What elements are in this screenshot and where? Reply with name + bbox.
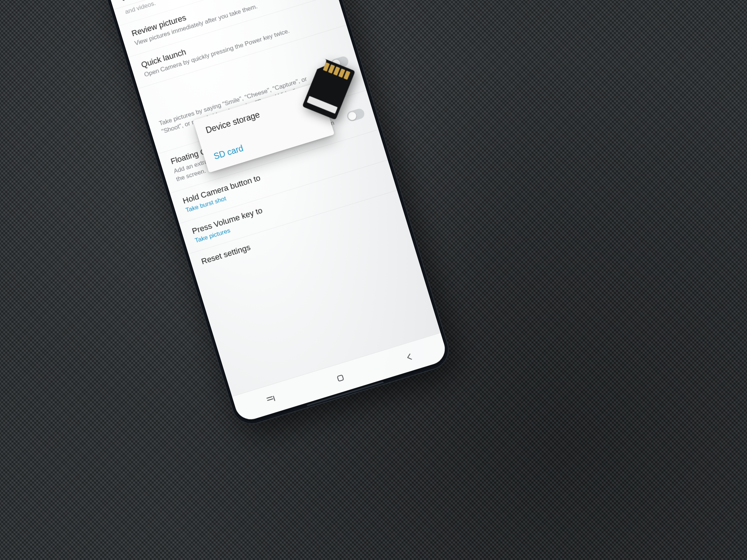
- nav-home-icon[interactable]: [334, 372, 347, 385]
- svg-rect-6: [337, 375, 344, 381]
- nav-recents-icon[interactable]: [264, 393, 278, 406]
- nav-back-icon[interactable]: [403, 350, 417, 363]
